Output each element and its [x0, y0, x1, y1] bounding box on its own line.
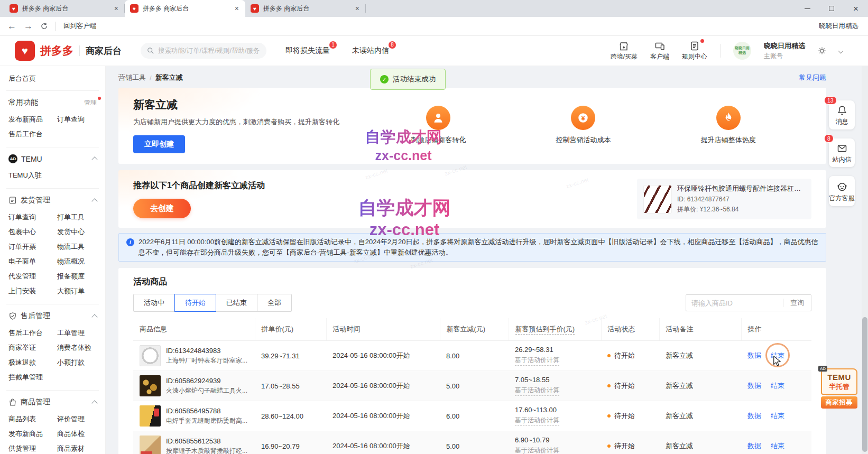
data-link[interactable]: 数据	[747, 381, 761, 391]
sidebar-item[interactable]: 物流工具	[57, 239, 97, 254]
bell-icon	[836, 105, 848, 116]
browser-tab-3[interactable]: 拼多多 商家后台 ×	[245, 0, 366, 17]
sidebar-item[interactable]: 报备额度	[57, 269, 97, 284]
estimate-note[interactable]: 基于活动价计算	[515, 386, 559, 396]
sidebar-item[interactable]: 大额订单	[57, 284, 97, 299]
cross-border-link[interactable]: 跨境/买菜	[611, 41, 638, 61]
shop-avatar[interactable]: 晓晓日用精选	[733, 42, 751, 60]
sidebar-item[interactable]: 售后工作台	[8, 326, 57, 340]
sidebar-item[interactable]: 电子面单	[8, 254, 57, 269]
sidebar-item[interactable]: 拦截单管理	[8, 370, 57, 385]
sidebar-section-title[interactable]: 常用功能管理	[0, 93, 105, 112]
sidebar-item[interactable]: 售后工作台	[8, 127, 57, 142]
gear-icon[interactable]	[818, 47, 826, 55]
sidebar-section-title[interactable]: ADTEMU	[0, 150, 105, 168]
tab-close-icon[interactable]: ×	[234, 4, 240, 13]
close-button[interactable]: ×	[844, 0, 868, 17]
manage-link[interactable]: 管理	[84, 98, 97, 107]
sidebar-item[interactable]: TEMU入驻	[8, 168, 57, 183]
forward-icon[interactable]: →	[24, 21, 33, 32]
sidebar-item[interactable]: 上门安装	[8, 284, 57, 299]
data-link[interactable]: 数据	[747, 411, 761, 421]
global-search[interactable]	[141, 43, 266, 59]
sidebar-item-home[interactable]: 后台首页	[0, 66, 105, 90]
browser-profile-name[interactable]: 晓晓日用精选	[819, 22, 861, 31]
go-create-button[interactable]: 去创建	[133, 199, 191, 218]
sidebar-item[interactable]: 评价管理	[57, 412, 97, 427]
group-price: 39.29~71.31	[255, 341, 326, 371]
estimate-note[interactable]: 基于活动价计算	[515, 416, 559, 426]
tab-ended-activities[interactable]: 已结束	[216, 294, 257, 312]
sidebar: 后台首页 常用功能管理 发布新商品订单查询售后工作台 ADTEMU TEMU入驻…	[0, 66, 106, 454]
data-link[interactable]: 数据	[747, 441, 761, 451]
search-input[interactable]	[158, 47, 260, 54]
end-link[interactable]: 结束	[771, 351, 784, 360]
estimate-note[interactable]: 基于活动价计算	[515, 356, 559, 366]
maximize-button[interactable]	[819, 0, 844, 17]
sidebar-item[interactable]: 极速退款	[8, 355, 57, 370]
sidebar-item[interactable]: 订单查询	[8, 210, 57, 225]
rules-center-link[interactable]: 规则中心	[682, 41, 707, 61]
browser-tab-1[interactable]: 拼多多 商家后台 ×	[4, 0, 125, 17]
tab-active-activities[interactable]: 活动中	[133, 294, 175, 312]
back-icon[interactable]: ←	[7, 21, 16, 32]
unread-messages-link[interactable]: 未读站内信8	[352, 46, 389, 55]
sidebar-item[interactable]: 消费者体验	[57, 340, 97, 355]
chevron-up-icon[interactable]	[91, 314, 97, 320]
account-info[interactable]: 晓晓日用精选 主账号	[764, 41, 805, 61]
end-link[interactable]: 结束	[771, 381, 784, 391]
temu-ad-badge[interactable]: AD TEMU 半托管 商家招募	[821, 368, 857, 409]
back-to-client-link[interactable]: 回到客户端	[63, 22, 97, 31]
chevron-up-icon[interactable]	[91, 156, 97, 162]
sidebar-item[interactable]: 工单管理	[57, 326, 97, 340]
sidebar-section-title[interactable]: 售后管理	[0, 307, 105, 326]
scrollbar-thumb[interactable]	[862, 317, 867, 452]
minimize-button[interactable]	[795, 0, 819, 17]
end-link[interactable]: 结束	[771, 411, 784, 421]
query-button[interactable]: 查询	[783, 298, 811, 308]
sidebar-item[interactable]: 代发管理	[8, 269, 57, 284]
sidebar-section-title[interactable]: 商品管理	[0, 393, 105, 412]
sidebar-item[interactable]: 包裹中心	[8, 225, 57, 239]
browser-tab-2-active[interactable]: 拼多多 商家后台 ×	[125, 0, 245, 17]
estimate-note[interactable]: 基于活动价计算	[515, 446, 559, 454]
sidebar-item[interactable]: 商家举证	[8, 340, 57, 355]
tab-close-icon[interactable]: ×	[354, 4, 361, 13]
product-name: 按摩锤子木质敲背捶敲打经...	[166, 447, 247, 454]
chevron-down-icon[interactable]	[838, 48, 844, 53]
recommended-product-card[interactable]: 环保哑铃杆包胶通用螺母配件连接器杠铃家用... ID: 613424877647…	[637, 179, 811, 219]
sidebar-item[interactable]: 订单查询	[57, 112, 97, 127]
tab-all-activities[interactable]: 全部	[257, 294, 292, 312]
product-id-input[interactable]	[686, 299, 783, 307]
sidebar-item[interactable]: 发货中心	[57, 225, 97, 239]
inbox-button[interactable]: 8 站内信	[829, 138, 855, 168]
sidebar-item[interactable]: 小额打款	[57, 355, 97, 370]
tab-close-icon[interactable]: ×	[113, 4, 119, 13]
create-now-button[interactable]: 立即创建	[133, 135, 185, 153]
loss-traffic-link[interactable]: 即将损失流量1	[285, 46, 330, 55]
sidebar-item[interactable]: 物流概况	[57, 254, 97, 269]
chevron-up-icon[interactable]	[91, 198, 97, 204]
refresh-icon[interactable]	[40, 22, 48, 30]
chevron-up-icon[interactable]	[91, 400, 97, 406]
sidebar-item[interactable]: 商品列表	[8, 412, 57, 427]
page-scrollbar[interactable]	[862, 66, 868, 454]
client-app-link[interactable]: 客户端	[650, 41, 669, 61]
data-link[interactable]: 数据	[747, 351, 761, 360]
sidebar-item[interactable]: 发布新商品	[8, 427, 57, 441]
tab-pending-activities[interactable]: 待开始	[174, 294, 216, 312]
sidebar-item[interactable]: 商品素材	[57, 441, 97, 454]
sidebar-item[interactable]: 发布新商品	[8, 112, 57, 127]
sidebar-section-title[interactable]: 发货管理	[0, 191, 105, 210]
messages-button[interactable]: 13 消息	[829, 100, 855, 129]
sidebar-item[interactable]: 订单开票	[8, 239, 57, 254]
sidebar-item[interactable]: 供货管理	[8, 441, 57, 454]
mail-icon	[836, 143, 848, 154]
pinduoduo-logo-icon[interactable]	[15, 41, 35, 61]
faq-link[interactable]: 常见问题	[799, 73, 826, 82]
sidebar-item[interactable]: 商品体检	[57, 427, 97, 441]
end-link[interactable]: 结束	[771, 441, 784, 451]
breadcrumb-parent[interactable]: 营销工具	[118, 73, 146, 82]
sidebar-item[interactable]: 打单工具	[57, 210, 97, 225]
official-support-button[interactable]: 官方客服	[829, 176, 855, 206]
